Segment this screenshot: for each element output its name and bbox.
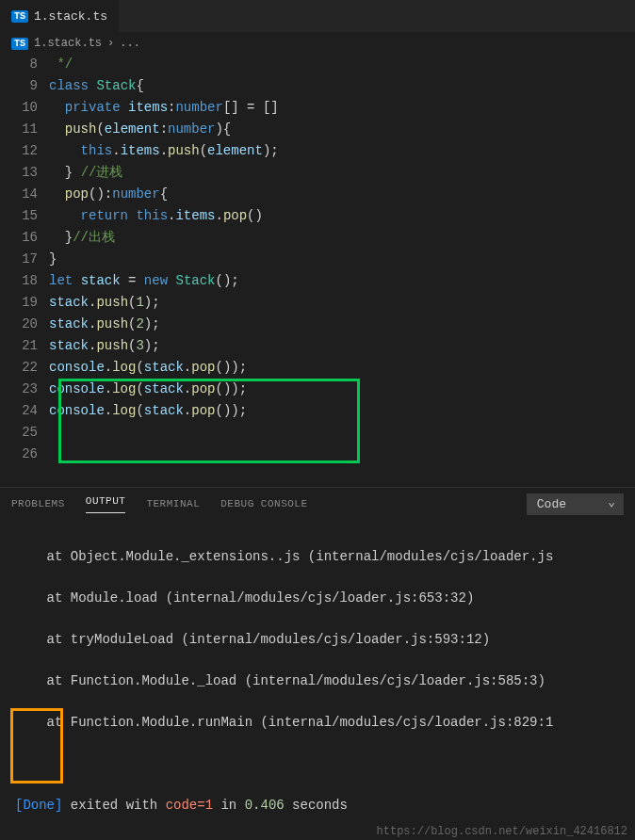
line-number: 12 bbox=[0, 140, 38, 162]
code-line: class Stack{ bbox=[49, 75, 635, 97]
line-number: 8 bbox=[0, 54, 38, 75]
breadcrumb-sep: › bbox=[107, 37, 114, 50]
line-number: 21 bbox=[0, 335, 38, 357]
line-number: 16 bbox=[0, 227, 38, 249]
line-number: 24 bbox=[0, 400, 38, 422]
stack-trace-line: at tryModuleLoad (internal/modules/cjs/l… bbox=[15, 629, 620, 650]
stack-trace-line: at Function.Module._load (internal/modul… bbox=[15, 670, 620, 691]
line-number: 11 bbox=[0, 119, 38, 140]
line-number: 25 bbox=[0, 422, 38, 444]
breadcrumb[interactable]: TS 1.stack.ts › ... bbox=[0, 33, 635, 54]
code-line: } bbox=[49, 249, 635, 270]
stack-trace-line: at Function.Module.runMain (internal/mod… bbox=[15, 712, 620, 733]
code-line: private items:number[] = [] bbox=[49, 97, 635, 119]
code-area[interactable]: */class Stack{ private items:number[] = … bbox=[49, 54, 635, 487]
code-line: stack.push(1); bbox=[49, 292, 635, 314]
line-number: 26 bbox=[0, 444, 38, 465]
line-number: 19 bbox=[0, 292, 38, 314]
code-line: console.log(stack.pop()); bbox=[49, 379, 635, 400]
breadcrumb-dots: ... bbox=[120, 37, 140, 50]
ts-icon: TS bbox=[11, 38, 28, 50]
code-line: push(element:number){ bbox=[49, 119, 635, 140]
code-line: console.log(stack.pop()); bbox=[49, 400, 635, 422]
tab-file[interactable]: TS 1.stack.ts bbox=[0, 0, 119, 33]
stack-trace-line: at Module.load (internal/modules/cjs/loa… bbox=[15, 588, 620, 608]
code-line: stack.push(3); bbox=[49, 335, 635, 357]
tab-terminal[interactable]: TERMINAL bbox=[146, 498, 200, 509]
line-number: 15 bbox=[0, 205, 38, 227]
tab-problems[interactable]: PROBLEMS bbox=[11, 498, 65, 509]
code-line: this.items.push(element); bbox=[49, 140, 635, 162]
line-gutter: 891011121314151617181920212223242526 bbox=[0, 54, 49, 487]
line-number: 9 bbox=[0, 75, 38, 97]
done-line: [Done] exited with code=1 in 0.406 secon… bbox=[15, 795, 620, 816]
line-number: 13 bbox=[0, 162, 38, 184]
stack-trace-line: at Object.Module._extensions..js (intern… bbox=[15, 546, 620, 567]
tab-bar: TS 1.stack.ts bbox=[0, 0, 635, 33]
code-line: */ bbox=[49, 54, 635, 75]
line-number: 22 bbox=[0, 357, 38, 379]
code-line: return this.items.pop() bbox=[49, 205, 635, 227]
breadcrumb-filename: 1.stack.ts bbox=[34, 37, 102, 50]
output-channel-select[interactable]: Code bbox=[527, 493, 624, 515]
code-line: pop():number{ bbox=[49, 184, 635, 205]
tab-debug-console[interactable]: DEBUG CONSOLE bbox=[220, 498, 307, 509]
code-line: stack.push(2); bbox=[49, 314, 635, 335]
code-line: } //进栈 bbox=[49, 162, 635, 184]
tab-output[interactable]: OUTPUT bbox=[86, 495, 126, 513]
ts-icon: TS bbox=[11, 10, 28, 23]
line-number: 14 bbox=[0, 184, 38, 205]
output-panel[interactable]: at Object.Module._extensions..js (intern… bbox=[0, 520, 635, 840]
tab-filename: 1.stack.ts bbox=[34, 9, 107, 24]
line-number: 18 bbox=[0, 270, 38, 292]
line-number: 23 bbox=[0, 379, 38, 400]
line-number: 17 bbox=[0, 249, 38, 270]
code-line: let stack = new Stack(); bbox=[49, 270, 635, 292]
line-number: 10 bbox=[0, 97, 38, 119]
panel-tabs: PROBLEMS OUTPUT TERMINAL DEBUG CONSOLE C… bbox=[0, 487, 635, 520]
editor: 891011121314151617181920212223242526 */c… bbox=[0, 54, 635, 487]
code-line: }//出栈 bbox=[49, 227, 635, 249]
code-line: console.log(stack.pop()); bbox=[49, 357, 635, 379]
line-number: 20 bbox=[0, 314, 38, 335]
watermark: https://blog.csdn.net/weixin_42416812 bbox=[377, 825, 627, 838]
